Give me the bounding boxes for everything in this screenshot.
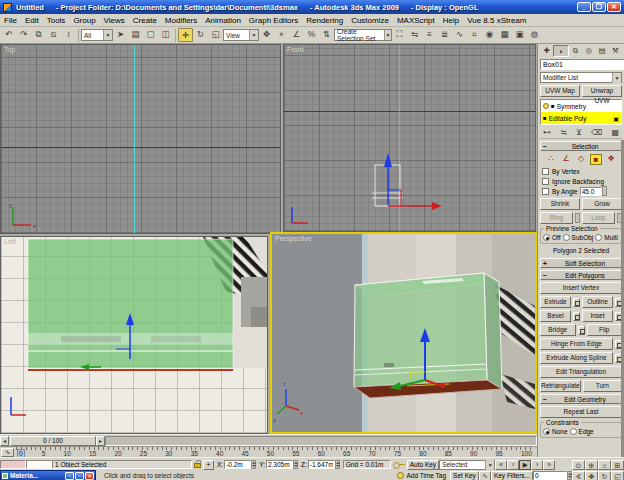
menu-item[interactable]: Modifiers bbox=[161, 16, 201, 25]
trackbar-tick[interactable]: 70 bbox=[368, 450, 375, 457]
trackbar-tick[interactable]: 100 bbox=[521, 450, 532, 457]
material-editor-minimized-window[interactable]: Materia... ▫▫× bbox=[0, 470, 96, 480]
menu-item[interactable]: Views bbox=[100, 16, 129, 25]
close-window-button[interactable]: × bbox=[85, 472, 94, 480]
trackbar-tick[interactable]: 80 bbox=[419, 450, 426, 457]
selection-lock-toggle[interactable] bbox=[192, 461, 203, 468]
select-object-icon[interactable]: ➤ bbox=[113, 28, 128, 42]
trackbar-tick[interactable]: 30 bbox=[165, 450, 172, 457]
key-mode-dropdown[interactable]: Selected ▼ bbox=[439, 460, 495, 470]
menu-item[interactable]: Tools bbox=[43, 16, 70, 25]
turn-button[interactable]: Turn bbox=[583, 380, 622, 392]
select-and-scale-icon[interactable]: ◱ bbox=[208, 28, 223, 42]
set-key-icon[interactable] bbox=[393, 460, 405, 470]
absolute-offset-toggle[interactable]: + bbox=[203, 460, 214, 470]
menu-item[interactable]: Edit bbox=[21, 16, 43, 25]
repeat-last-button[interactable]: Repeat Last bbox=[540, 406, 622, 418]
expand-icon[interactable]: ■ bbox=[551, 103, 555, 109]
close-button[interactable]: ✕ bbox=[607, 2, 621, 12]
add-time-tag[interactable]: Add Time Tag bbox=[406, 472, 446, 479]
previous-frame-arrow[interactable]: ◂ bbox=[0, 436, 9, 446]
trackbar-tick[interactable]: 25 bbox=[140, 450, 147, 457]
extrude-along-spline-button[interactable]: Extrude Along Spline bbox=[540, 352, 613, 364]
ignore-backfacing-checkbox[interactable]: Ignore Backfacing bbox=[542, 176, 622, 186]
edit-named-selection-sets-icon[interactable]: ⛶ bbox=[392, 28, 407, 42]
trackbar-tick[interactable]: 50 bbox=[267, 450, 274, 457]
expand-icon[interactable]: ■ bbox=[543, 115, 547, 121]
trackbar-tick[interactable]: 60 bbox=[318, 450, 325, 457]
menu-item[interactable]: MAXScript bbox=[393, 16, 439, 25]
object-name-field[interactable] bbox=[540, 59, 624, 70]
ring-spinner[interactable] bbox=[575, 213, 580, 223]
material-editor-icon[interactable]: ◉ bbox=[482, 28, 497, 42]
border-mode-icon[interactable]: ◇ bbox=[575, 154, 587, 165]
menu-item[interactable]: Help bbox=[439, 16, 463, 25]
restore-window-button[interactable]: ▫ bbox=[65, 472, 74, 480]
next-frame-arrow[interactable]: ▸ bbox=[96, 436, 105, 446]
frame-spinner[interactable] bbox=[567, 471, 572, 480]
bridge-settings-icon[interactable] bbox=[578, 326, 585, 335]
menu-item[interactable]: File bbox=[0, 16, 21, 25]
menu-item[interactable]: Graph Editors bbox=[245, 16, 302, 25]
menu-item[interactable]: Create bbox=[129, 16, 161, 25]
trackbar-tick[interactable]: 85 bbox=[445, 450, 452, 457]
key-filters-button[interactable]: Key Filters... bbox=[491, 471, 533, 480]
schematic-view-icon[interactable]: ⌗ bbox=[467, 28, 482, 42]
undo-icon[interactable]: ↶ bbox=[1, 28, 16, 42]
unwrap-uvw-button[interactable]: Unwrap UVW bbox=[582, 85, 622, 97]
redo-icon[interactable]: ↷ bbox=[16, 28, 31, 42]
polygon-mode-icon[interactable]: ■ bbox=[590, 154, 602, 165]
constraint-edge-radio[interactable] bbox=[570, 428, 577, 435]
rendered-frame-icon[interactable]: ▣ bbox=[512, 28, 527, 42]
trackbar-tick[interactable]: 65 bbox=[343, 450, 350, 457]
insert-vertex-button[interactable]: Insert Vertex bbox=[540, 282, 622, 294]
tab-display[interactable]: ▤ bbox=[595, 45, 608, 57]
named-selection-set-dropdown[interactable]: Create Selection Set ▼ bbox=[334, 29, 392, 41]
bevel-settings-icon[interactable] bbox=[573, 312, 580, 321]
new-key-default-icon[interactable]: ∿ bbox=[479, 471, 491, 480]
unlink-selection-icon[interactable]: ⧅ bbox=[46, 28, 61, 42]
field-of-view-icon[interactable]: ∢ bbox=[572, 471, 585, 480]
x-coordinate-field[interactable] bbox=[224, 460, 251, 469]
hinge-from-edge-button[interactable]: Hinge From Edge bbox=[540, 338, 613, 350]
angle-snap-icon[interactable]: ∠ bbox=[289, 28, 304, 42]
select-and-move-icon[interactable]: ✛ bbox=[178, 28, 193, 42]
extrude-settings-icon[interactable] bbox=[573, 298, 580, 307]
tab-motion[interactable]: ◎ bbox=[582, 45, 595, 57]
viewport-perspective-label[interactable]: Perspective bbox=[275, 235, 312, 242]
maxscript-mini-listener[interactable] bbox=[26, 460, 52, 469]
track-bar[interactable]: ∿ 05101520253035404550556065707580859095… bbox=[0, 446, 537, 457]
angle-value-field[interactable] bbox=[580, 187, 602, 196]
time-slider-track[interactable] bbox=[105, 436, 537, 446]
trackbar-tick[interactable]: 55 bbox=[292, 450, 299, 457]
z-coordinate-field[interactable] bbox=[308, 460, 335, 469]
trackbar-tick[interactable]: 0 bbox=[18, 450, 24, 457]
flip-button[interactable]: Flip bbox=[587, 324, 623, 336]
modifier-list-dropdown[interactable]: Modifier List ▼ bbox=[540, 72, 622, 83]
zoom-icon[interactable]: ⊙ bbox=[572, 460, 585, 470]
menu-item[interactable]: Rendering bbox=[302, 16, 347, 25]
vertex-mode-icon[interactable]: ∴ bbox=[545, 154, 557, 165]
reference-coordinate-dropdown[interactable]: View ▼ bbox=[223, 29, 259, 41]
bridge-button[interactable]: Bridge bbox=[540, 324, 576, 336]
selection-filter-dropdown[interactable]: All ▼ bbox=[81, 29, 113, 41]
layer-manager-icon[interactable]: ≣ bbox=[437, 28, 452, 42]
extrude-button[interactable]: Extrude bbox=[540, 296, 571, 308]
curve-editor-icon[interactable]: ∿ bbox=[452, 28, 467, 42]
pan-icon[interactable]: ✥ bbox=[585, 471, 598, 480]
rectangular-selection-region-icon[interactable]: ▢ bbox=[143, 28, 158, 42]
go-to-end-button[interactable]: » bbox=[543, 460, 555, 470]
by-vertex-checkbox[interactable]: By Vertex bbox=[542, 166, 622, 176]
viewport-perspective[interactable]: Perspective bbox=[270, 232, 537, 434]
select-and-rotate-icon[interactable]: ↻ bbox=[193, 28, 208, 42]
show-end-result-icon[interactable]: ≒ bbox=[560, 128, 567, 137]
trackbar-tick[interactable]: 95 bbox=[496, 450, 503, 457]
set-key-button[interactable]: Set Key bbox=[450, 471, 479, 480]
go-to-start-button[interactable]: « bbox=[495, 460, 507, 470]
select-and-manipulate-icon[interactable]: ✥ bbox=[259, 28, 274, 42]
trackbar-tick[interactable]: 45 bbox=[241, 450, 248, 457]
maximize-button[interactable]: ❐ bbox=[592, 2, 606, 12]
arc-rotate-icon[interactable]: ↻ bbox=[598, 471, 611, 480]
bind-to-space-warp-icon[interactable]: ≀ bbox=[61, 28, 76, 42]
tab-create[interactable]: ✚ bbox=[540, 45, 553, 57]
